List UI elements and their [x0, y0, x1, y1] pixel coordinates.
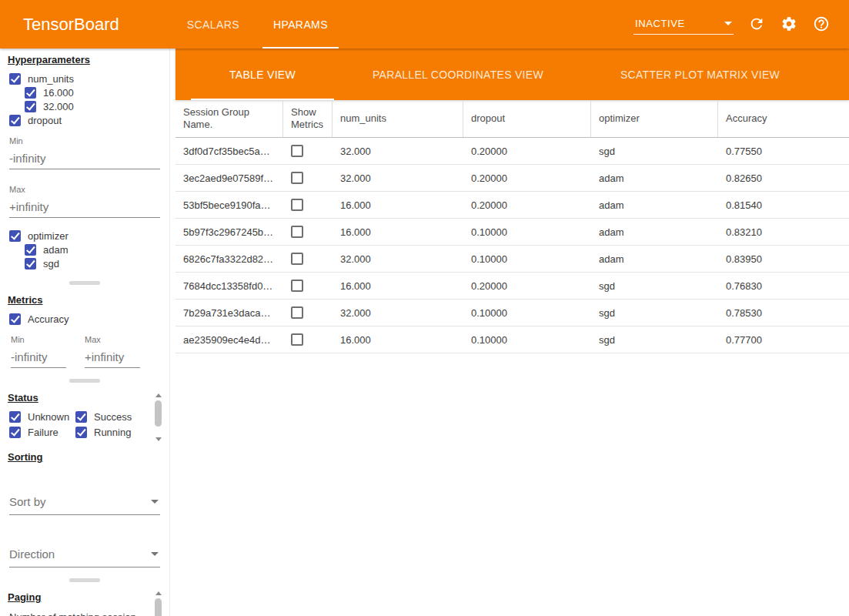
status-success-checkbox[interactable]	[75, 411, 87, 423]
scroll-up-icon[interactable]	[155, 591, 162, 595]
sort-by-value: Sort by	[9, 495, 46, 508]
reload-status-dropdown[interactable]: INACTIVE	[633, 15, 734, 35]
cell-num-units: 32.000	[333, 253, 463, 265]
optimizer-checkbox[interactable]	[9, 230, 21, 242]
cell-optimizer: sgd	[591, 146, 718, 157]
cell-optimizer: adam	[591, 253, 718, 265]
sorting-title: Sorting	[8, 451, 169, 463]
cell-dropout: 0.20000	[463, 172, 591, 184]
cell-accuracy: 0.77700	[718, 334, 849, 346]
accuracy-max-field: Max	[85, 335, 140, 368]
paging-scrollbar[interactable]	[154, 591, 162, 616]
tab-scalars[interactable]: SCALARS	[176, 0, 250, 49]
paging-title: Paging	[8, 591, 149, 603]
help-button[interactable]	[812, 15, 831, 34]
cell-num-units: 16.000	[333, 334, 463, 346]
show-metrics-cell	[283, 306, 333, 319]
col-accuracy: Accuracy	[718, 100, 849, 137]
scrollbar-thumb[interactable]	[155, 400, 162, 427]
accuracy-max-input[interactable]	[85, 349, 140, 368]
num-units-checkbox[interactable]	[9, 73, 21, 85]
hparam-row-optimizer-sgd: sgd	[25, 256, 169, 270]
topbar-actions: INACTIVE	[633, 15, 849, 35]
show-metrics-checkbox[interactable]	[291, 226, 303, 238]
metrics-title: Metrics	[8, 294, 169, 306]
refresh-button[interactable]	[747, 15, 766, 34]
scroll-down-icon[interactable]	[155, 437, 162, 441]
status-unknown-checkbox[interactable]	[9, 411, 21, 423]
status-title: Status	[8, 392, 154, 403]
cell-num-units: 32.000	[333, 307, 463, 319]
session-group-name: 3df0d7cf35bec5a…	[175, 146, 283, 157]
accuracy-checkbox[interactable]	[9, 313, 21, 325]
col-session-group-name: Session Group Name.	[175, 100, 283, 137]
show-metrics-checkbox[interactable]	[291, 199, 303, 211]
cell-accuracy: 0.83210	[718, 226, 849, 238]
table-row: ae235909ec4e4d…16.0000.10000sgd0.77700	[175, 326, 849, 353]
tab-parallel-coordinates-view[interactable]: PARALLEL COORDINATES VIEW	[334, 49, 582, 100]
cell-num-units: 32.000	[333, 172, 463, 184]
num-units-16-label: 16.000	[43, 87, 74, 99]
hyperparameters-section: Hyperparameters num_units 16.000 32.000 …	[0, 54, 169, 270]
cell-optimizer: adam	[591, 172, 718, 184]
status-failure-label: Failure	[28, 427, 58, 438]
table-header-row: Session Group Name. Show Metrics num_uni…	[175, 100, 849, 138]
scroll-up-icon[interactable]	[155, 393, 162, 397]
show-metrics-checkbox[interactable]	[291, 306, 303, 319]
show-metrics-checkbox[interactable]	[291, 145, 303, 157]
dropout-max-field: Max	[9, 185, 169, 218]
status-unknown-label: Unknown	[28, 411, 69, 423]
table-row: 53bf5bece9190fa…16.0000.20000adam0.81540	[175, 192, 849, 219]
cell-accuracy: 0.81540	[718, 199, 849, 211]
section-resize-handle[interactable]	[69, 379, 100, 383]
dropout-max-input[interactable]	[9, 199, 160, 218]
session-group-name: 53bf5bece9190fa…	[175, 199, 283, 211]
direction-value: Direction	[9, 547, 55, 561]
show-metrics-checkbox[interactable]	[291, 253, 303, 265]
hparam-row-optimizer: optimizer	[9, 229, 169, 243]
session-group-name: 5b97f3c2967245b…	[175, 226, 283, 238]
tab-table-view[interactable]: TABLE VIEW	[191, 49, 334, 100]
table-row: 7b29a731e3daca…32.0000.10000sgd0.78530	[175, 300, 849, 326]
tab-scatter-plot-matrix-view[interactable]: SCATTER PLOT MATRIX VIEW	[582, 49, 818, 100]
paging-section: Paging Number of matching session groups…	[0, 591, 169, 616]
table-row: 7684dcc13358fd0…16.0000.20000sgd0.76830	[175, 273, 849, 300]
show-metrics-checkbox[interactable]	[291, 280, 303, 292]
col-show-metrics: Show Metrics	[283, 100, 333, 137]
table-row: 3ec2aed9e07589f…32.0000.20000adam0.82650	[175, 165, 849, 192]
cell-dropout: 0.20000	[463, 199, 591, 211]
num-units-32-checkbox[interactable]	[25, 101, 36, 112]
status-running-checkbox[interactable]	[75, 427, 87, 438]
dropout-label: dropout	[28, 115, 62, 126]
sort-by-dropdown[interactable]: Sort by	[9, 490, 160, 515]
hparam-row-optimizer-adam: adam	[25, 243, 169, 256]
show-metrics-checkbox[interactable]	[291, 333, 303, 346]
help-icon	[813, 15, 830, 32]
status-failure-checkbox[interactable]	[9, 427, 21, 438]
cell-num-units: 16.000	[333, 280, 463, 292]
reload-status-value: INACTIVE	[635, 18, 685, 29]
settings-button[interactable]	[780, 15, 798, 34]
optimizer-adam-checkbox[interactable]	[25, 244, 36, 256]
dropout-min-input[interactable]	[9, 150, 160, 169]
section-resize-handle[interactable]	[69, 578, 100, 582]
section-resize-handle[interactable]	[69, 281, 100, 285]
hparam-row-dropout: dropout	[9, 113, 169, 127]
hparams-table-body: 3df0d7cf35bec5a…32.0000.20000sgd0.775503…	[175, 138, 849, 353]
accuracy-min-input[interactable]	[11, 349, 66, 368]
status-scrollbar[interactable]	[154, 393, 162, 441]
show-metrics-checkbox[interactable]	[291, 172, 303, 184]
gear-icon	[780, 15, 797, 32]
scrollbar-thumb[interactable]	[155, 598, 162, 616]
num-units-16-checkbox[interactable]	[25, 87, 36, 99]
metric-row-accuracy: Accuracy	[9, 312, 169, 326]
dropout-checkbox[interactable]	[9, 115, 21, 126]
cell-accuracy: 0.76830	[718, 280, 849, 292]
direction-dropdown[interactable]: Direction	[9, 543, 160, 567]
status-row-running: Running	[75, 425, 146, 439]
optimizer-sgd-checkbox[interactable]	[25, 258, 36, 270]
chevron-down-icon	[151, 552, 159, 556]
tab-hparams[interactable]: HPARAMS	[262, 0, 339, 49]
session-group-name: 3ec2aed9e07589f…	[175, 172, 283, 184]
cell-optimizer: adam	[591, 226, 718, 238]
